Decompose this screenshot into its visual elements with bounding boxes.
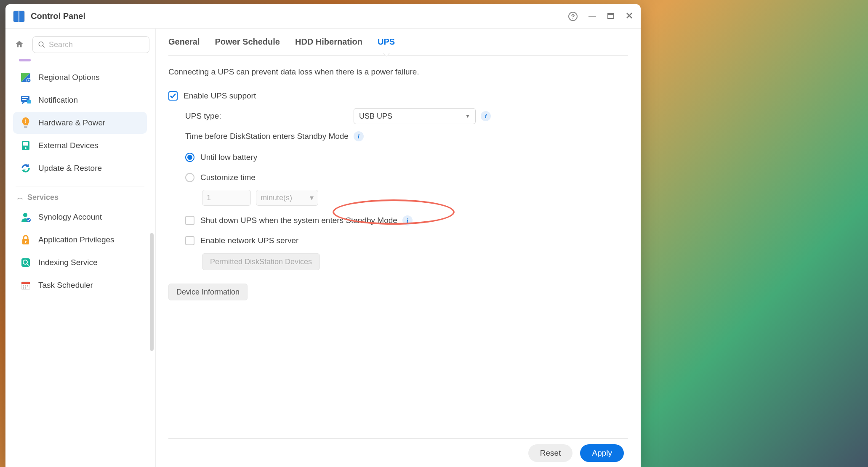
tab-label: UPS [378, 37, 395, 47]
tab-label: HDD Hibernation [295, 37, 362, 47]
sidebar-item-label: Task Scheduler [38, 281, 93, 290]
shutdown-ups-label: Shut down UPS when the system enters Sta… [200, 216, 397, 225]
svg-rect-7 [27, 100, 31, 103]
chevron-up-icon: ︿ [17, 194, 23, 202]
chat-icon [20, 94, 32, 106]
sidebar-divider [16, 186, 144, 186]
maximize-icon[interactable] [607, 12, 615, 21]
svg-rect-1 [608, 13, 614, 15]
tab-label: General [168, 37, 200, 47]
globe-icon [20, 72, 32, 83]
title-bar: Control Panel ? — [5, 4, 641, 29]
index-icon [20, 257, 32, 268]
tab-ups[interactable]: UPS [378, 29, 395, 55]
tab-label: Power Schedule [215, 37, 280, 47]
info-icon[interactable]: i [402, 215, 413, 226]
time-unit-select: minute(s) ▾ [256, 190, 318, 206]
svg-rect-11 [23, 142, 28, 146]
sidebar-item-update-restore[interactable]: Update & Restore [13, 157, 147, 179]
svg-point-2 [39, 42, 43, 46]
tab-hdd-hibernation[interactable]: HDD Hibernation [295, 29, 362, 55]
svg-rect-17 [25, 241, 26, 243]
search-icon [38, 41, 45, 48]
device-information-button[interactable]: Device Information [168, 284, 248, 300]
sidebar-item-synology-account[interactable]: Synology Account [13, 206, 147, 228]
ups-type-select[interactable]: USB UPS ▼ [354, 108, 476, 124]
svg-rect-21 [21, 282, 30, 284]
sidebar-item-label: Notification [38, 96, 78, 105]
sidebar-item-application-privileges[interactable]: Application Privileges [13, 229, 147, 251]
svg-point-13 [23, 213, 27, 217]
window-title: Control Panel [31, 11, 85, 21]
radio-customize-time[interactable] [185, 173, 194, 182]
svg-rect-6 [22, 99, 27, 100]
sidebar-item-hardware-power[interactable]: ! Hardware & Power [13, 112, 147, 134]
check-icon [170, 93, 176, 99]
minimize-icon[interactable]: — [588, 13, 596, 20]
sidebar-item-indexing-service[interactable]: Indexing Service [13, 252, 147, 273]
time-unit-value: minute(s) [261, 194, 292, 202]
info-icon[interactable]: i [481, 111, 491, 121]
control-panel-window: Control Panel ? — [5, 4, 641, 467]
svg-point-12 [25, 147, 27, 149]
network-ups-server-checkbox[interactable] [185, 236, 194, 245]
bulb-icon: ! [20, 117, 32, 129]
disk-icon [20, 140, 32, 151]
main-pane: General Power Schedule HDD Hibernation U… [156, 29, 641, 467]
sidebar-item-label: External Devices [38, 141, 99, 150]
ups-type-label: UPS type: [185, 111, 354, 121]
close-icon[interactable] [626, 12, 633, 21]
sidebar-item-label: Update & Restore [38, 164, 102, 173]
tab-bar: General Power Schedule HDD Hibernation U… [168, 29, 628, 56]
sidebar-item-external-devices[interactable]: External Devices [13, 135, 147, 157]
svg-rect-8 [24, 126, 27, 128]
svg-rect-25 [23, 287, 24, 289]
footer-bar: Reset Apply [168, 438, 628, 467]
sidebar-group-services[interactable]: ︿ Services [11, 190, 149, 205]
help-icon[interactable]: ? [568, 12, 578, 21]
svg-text:!: ! [25, 119, 26, 124]
tab-power-schedule[interactable]: Power Schedule [215, 29, 280, 55]
sidebar-item-label: Synology Account [38, 212, 102, 222]
sidebar-item-label: Application Privileges [38, 235, 114, 244]
svg-rect-23 [25, 285, 26, 287]
ups-type-value: USB UPS [359, 112, 392, 121]
sidebar-item-notification[interactable]: Notification [13, 89, 147, 111]
chevron-down-icon: ▼ [465, 113, 470, 119]
lock-icon [20, 234, 32, 246]
sidebar-item-cut [19, 59, 31, 61]
apply-button[interactable]: Apply [580, 444, 624, 462]
network-ups-server-label: Enable network UPS server [200, 236, 298, 245]
svg-rect-24 [27, 285, 28, 287]
sidebar-item-regional-options[interactable]: Regional Options [13, 66, 147, 88]
sidebar-item-label: Regional Options [38, 73, 100, 82]
app-icon [13, 11, 25, 22]
refresh-icon [20, 162, 32, 174]
standby-time-label: Time before DiskStation enters Standby M… [185, 132, 349, 141]
radio-low-battery-label: Until low battery [200, 153, 257, 162]
search-field[interactable] [32, 36, 149, 53]
home-button[interactable] [11, 36, 27, 52]
radio-until-low-battery[interactable] [185, 153, 194, 162]
enable-ups-checkbox[interactable] [168, 91, 178, 101]
sidebar-list: Regional Options Notification ! Hardware… [11, 59, 149, 467]
custom-time-input [202, 190, 251, 206]
calendar-icon [20, 279, 32, 291]
sidebar-item-label: Indexing Service [38, 258, 97, 267]
search-input[interactable] [49, 40, 144, 49]
svg-rect-26 [25, 287, 26, 289]
chevron-down-icon: ▾ [310, 193, 314, 202]
permitted-devices-button: Permitted DiskStation Devices [202, 253, 320, 270]
sidebar-scrollbar[interactable] [150, 233, 154, 351]
reset-button[interactable]: Reset [528, 444, 573, 462]
shutdown-ups-checkbox[interactable] [185, 216, 194, 225]
svg-rect-5 [22, 97, 28, 98]
sidebar: Regional Options Notification ! Hardware… [5, 29, 156, 467]
svg-rect-22 [23, 285, 24, 287]
sidebar-item-label: Hardware & Power [38, 118, 105, 127]
info-icon[interactable]: i [354, 131, 364, 141]
sidebar-item-task-scheduler[interactable]: Task Scheduler [13, 274, 147, 296]
tab-general[interactable]: General [168, 29, 200, 55]
sidebar-group-label: Services [27, 193, 59, 202]
radio-customize-label: Customize time [200, 173, 256, 182]
